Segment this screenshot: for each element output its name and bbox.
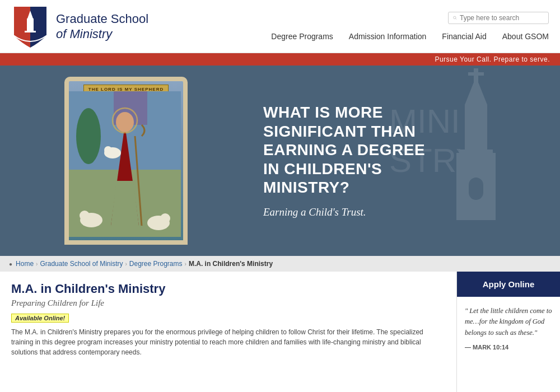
svg-rect-12 (469, 178, 483, 200)
logo-shield-icon (11, 4, 49, 49)
page-title: M.A. in Children's Ministry (11, 282, 445, 296)
main-content: M.A. in Children's Ministry Preparing Ch… (0, 272, 456, 392)
content-area: M.A. in Children's Ministry Preparing Ch… (0, 272, 560, 392)
svg-point-4 (454, 16, 456, 18)
nav-financial-aid[interactable]: Financial Aid (442, 32, 486, 41)
breadcrumb-sep1: › (36, 261, 38, 267)
logo-text: Graduate School of Ministry (56, 11, 148, 42)
available-online-badge: Available Online! (11, 314, 69, 323)
svg-rect-9 (465, 105, 487, 150)
stained-glass-frame: THE LORD IS MY SHEPHERD (64, 77, 188, 245)
header-right: Degree Programs Admission Information Fi… (271, 12, 549, 41)
svg-rect-14 (468, 72, 484, 76)
promo-banner: Pursue Your Call. Prepare to serve. (0, 53, 560, 66)
nav-admission-info[interactable]: Admission Information (349, 32, 427, 41)
hero-section: MINI STRY THE LORD IS MY SHEPHERD (0, 66, 560, 256)
main-nav: Degree Programs Admission Information Fi… (271, 32, 549, 41)
logo-area: Graduate School of Ministry (11, 4, 148, 49)
search-bar[interactable] (448, 12, 549, 24)
location-icon: ● (9, 261, 12, 267)
svg-point-28 (160, 213, 170, 223)
quote-attribution: — MARK 10:14 (465, 343, 552, 352)
nav-about-gsom[interactable]: About GSOM (502, 32, 549, 41)
svg-rect-3 (25, 31, 36, 32)
svg-rect-13 (474, 68, 478, 85)
page-description: The M.A. in Children's Ministry prepares… (11, 327, 445, 357)
breadcrumb-school[interactable]: Graduate School of Ministry (40, 260, 123, 268)
breadcrumb-home[interactable]: Home (16, 260, 34, 268)
svg-point-21 (116, 112, 134, 132)
hero-watermark: MINI STRY (370, 66, 560, 256)
breadcrumb-programs[interactable]: Degree Programs (129, 260, 183, 268)
nav-degree-programs[interactable]: Degree Programs (271, 32, 333, 41)
breadcrumb-sep3: › (185, 261, 186, 267)
search-icon (453, 14, 457, 22)
svg-point-17 (76, 108, 101, 164)
svg-text:MINI: MINI (389, 102, 460, 140)
svg-line-5 (456, 18, 457, 20)
search-input[interactable] (460, 14, 544, 22)
quote-text: " Let the little children come to me…for… (465, 307, 552, 337)
breadcrumb: ● Home › Graduate School of Ministry › D… (0, 256, 560, 272)
svg-rect-2 (29, 25, 32, 31)
breadcrumb-sep2: › (125, 261, 127, 267)
svg-point-26 (80, 211, 90, 221)
sidebar: Apply Online " Let the little children c… (456, 272, 560, 392)
apply-online-button[interactable]: Apply Online (457, 272, 560, 297)
hero-image-area: THE LORD IS MY SHEPHERD (0, 66, 252, 256)
site-header: Graduate School of Ministry Degree Progr… (0, 0, 560, 53)
quote-box: " Let the little children come to me…for… (457, 297, 560, 392)
page-subtitle: Preparing Children for Life (11, 298, 445, 308)
svg-rect-10 (459, 150, 493, 153)
breadcrumb-current: M.A. in Children's Ministry (189, 260, 273, 268)
svg-point-24 (104, 146, 112, 154)
